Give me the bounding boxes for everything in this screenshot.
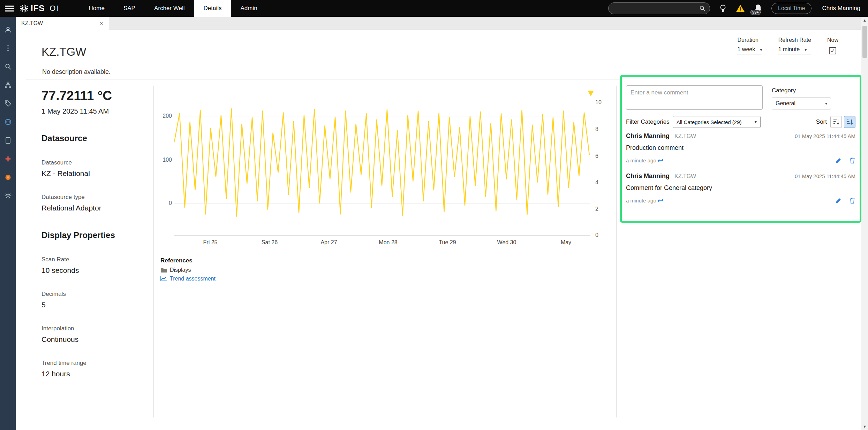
more-options-icon[interactable] bbox=[0, 39, 16, 57]
hierarchy-sitemap-icon[interactable] bbox=[0, 76, 16, 94]
chevron-down-icon: ▾ bbox=[825, 101, 827, 106]
comment-date: 01 May 2025 11:44:45 AM bbox=[795, 133, 855, 139]
reply-icon[interactable]: ↩ bbox=[657, 157, 664, 164]
chevron-down-icon: ▾ bbox=[805, 47, 807, 52]
main-content: KZ.TGW No description available. Duratio… bbox=[16, 30, 861, 430]
displays-label: Displays bbox=[170, 267, 191, 273]
comments-list: Chris Manning KZ.TGW 01 May 2025 11:44:4… bbox=[626, 132, 855, 213]
comments-filter-row: Filter Categories All Categories Selecte… bbox=[626, 116, 855, 128]
sort-descending-button[interactable] bbox=[830, 116, 842, 128]
filter-categories-label: Filter Categories bbox=[626, 118, 670, 125]
tab-kz-tgw[interactable]: KZ.TGW × bbox=[16, 17, 109, 30]
delete-trash-icon[interactable] bbox=[849, 157, 855, 164]
category-label: Category bbox=[772, 87, 831, 94]
category-select[interactable]: General ▾ bbox=[772, 98, 831, 109]
page-title: KZ.TGW bbox=[41, 45, 86, 59]
sort-ascending-button[interactable] bbox=[844, 116, 855, 128]
refresh-rate-control: Refresh Rate 1 minute ▾ bbox=[778, 37, 811, 54]
tab-close-icon[interactable]: × bbox=[99, 20, 103, 27]
comment-age: a minute ago bbox=[626, 158, 656, 163]
comment-author: Chris Manning bbox=[626, 132, 670, 140]
page-description: No description available. bbox=[42, 68, 111, 76]
search-icon[interactable] bbox=[699, 5, 705, 11]
user-menu[interactable]: Chris Manning bbox=[822, 5, 860, 12]
trend-chart: 200 100 0 10 8 6 4 2 0 Fri 25 Sat 26 Apr… bbox=[159, 87, 612, 254]
duration-value: 1 week bbox=[737, 46, 755, 53]
globe-icon[interactable] bbox=[0, 113, 16, 131]
datasource-heading: Datasource bbox=[41, 133, 146, 143]
top-bar: IFS OI Home SAP Archer Well Details Admi… bbox=[0, 0, 868, 17]
notifications-bell-icon[interactable]: 99+ bbox=[754, 4, 762, 13]
user-profile-icon[interactable] bbox=[0, 20, 16, 39]
comment-item: Chris Manning KZ.TGW 01 May 2025 11:44:4… bbox=[626, 172, 855, 204]
delete-trash-icon[interactable] bbox=[849, 197, 855, 204]
journal-book-icon[interactable] bbox=[0, 131, 16, 149]
ifs-sunburst-icon bbox=[20, 4, 29, 13]
new-comment-input[interactable] bbox=[626, 85, 763, 110]
comment-item: Chris Manning KZ.TGW 01 May 2025 11:44:4… bbox=[626, 132, 855, 164]
reply-icon[interactable]: ↩ bbox=[657, 197, 664, 204]
nav-item-details[interactable]: Details bbox=[194, 0, 231, 17]
category-control: Category General ▾ bbox=[772, 87, 831, 109]
comment-body: Comment for General category bbox=[626, 184, 855, 192]
current-value: 77.72111 °C bbox=[41, 89, 146, 103]
main-nav: Home SAP Archer Well Details Admin bbox=[80, 0, 267, 17]
scan-rate-label: Scan Rate bbox=[41, 256, 146, 263]
global-search[interactable] bbox=[608, 2, 710, 14]
details-panel: 77.72111 °C 1 May 2025 11:45 AM Datasour… bbox=[41, 89, 146, 378]
edit-pencil-icon[interactable] bbox=[835, 158, 841, 164]
sort-ascending-icon bbox=[846, 118, 853, 125]
local-time-button[interactable]: Local Time bbox=[771, 3, 812, 14]
nav-item-home[interactable]: Home bbox=[80, 0, 114, 17]
display-properties-heading: Display Properties bbox=[41, 230, 146, 240]
trend-range-label: Trend time range bbox=[41, 360, 146, 367]
vertical-scrollbar[interactable]: ▲ ▼ bbox=[861, 17, 868, 430]
scroll-down-arrow-icon[interactable]: ▼ bbox=[861, 424, 868, 429]
sidebar-search-icon[interactable] bbox=[0, 57, 16, 76]
edit-pencil-icon[interactable] bbox=[835, 198, 841, 204]
chevron-down-icon: ▾ bbox=[755, 120, 757, 124]
orange-app-icon[interactable] bbox=[0, 168, 16, 186]
search-input[interactable] bbox=[613, 5, 699, 12]
panel-divider-right bbox=[616, 86, 617, 417]
document-tab-bar: KZ.TGW × bbox=[16, 17, 868, 30]
reference-displays[interactable]: Displays bbox=[160, 267, 216, 273]
refresh-rate-select[interactable]: 1 minute ▾ bbox=[778, 46, 811, 54]
nav-item-sap[interactable]: SAP bbox=[114, 0, 145, 17]
comment-actions bbox=[835, 157, 855, 164]
references-section: References Displays Trend assessment bbox=[160, 257, 216, 284]
tab-label: KZ.TGW bbox=[21, 20, 43, 26]
scrollbar-thumb[interactable] bbox=[862, 26, 867, 58]
filter-categories-select[interactable]: All Categories Selected (29) ▾ bbox=[673, 116, 761, 128]
trend-chart-icon bbox=[160, 276, 167, 282]
nav-item-archer-well[interactable]: Archer Well bbox=[145, 0, 194, 17]
duration-label: Duration bbox=[737, 37, 762, 43]
datasource-type-label: Datasource type bbox=[41, 194, 146, 201]
filter-categories-value: All Categories Selected (29) bbox=[677, 119, 742, 125]
ifs-oi-logo: IFS OI bbox=[20, 3, 60, 13]
warning-icon[interactable] bbox=[736, 4, 745, 13]
brand-oi-text: OI bbox=[50, 4, 60, 13]
nav-item-admin[interactable]: Admin bbox=[231, 0, 266, 17]
interpolation-value: Continuous bbox=[41, 335, 146, 344]
add-plus-icon[interactable] bbox=[0, 149, 16, 168]
trend-range-value: 12 hours bbox=[41, 370, 146, 378]
interpolation-label: Interpolation bbox=[41, 325, 146, 332]
notification-badge: 99+ bbox=[750, 10, 761, 15]
comment-footer: a minute ago ↩ bbox=[626, 157, 855, 164]
scroll-up-arrow-icon[interactable]: ▲ bbox=[861, 18, 868, 22]
trend-series-line bbox=[174, 109, 589, 216]
datasource-type-value: Relational Adaptor bbox=[41, 204, 146, 212]
comment-date: 01 May 2025 11:44:45 AM bbox=[795, 173, 855, 179]
hamburger-menu-icon[interactable] bbox=[5, 4, 14, 13]
duration-select[interactable]: 1 week ▾ bbox=[737, 46, 762, 54]
comment-header: Chris Manning KZ.TGW 01 May 2025 11:44:4… bbox=[626, 172, 855, 180]
trend-assessment-link[interactable]: Trend assessment bbox=[170, 276, 216, 282]
category-value: General bbox=[776, 100, 795, 107]
reference-trend-assessment[interactable]: Trend assessment bbox=[160, 276, 216, 282]
now-checkbox[interactable]: ✓ bbox=[829, 47, 836, 54]
lightbulb-icon[interactable] bbox=[719, 4, 727, 13]
duration-control: Duration 1 week ▾ bbox=[737, 37, 762, 54]
tag-icon[interactable] bbox=[0, 94, 16, 113]
settings-gear-icon[interactable] bbox=[0, 186, 16, 205]
